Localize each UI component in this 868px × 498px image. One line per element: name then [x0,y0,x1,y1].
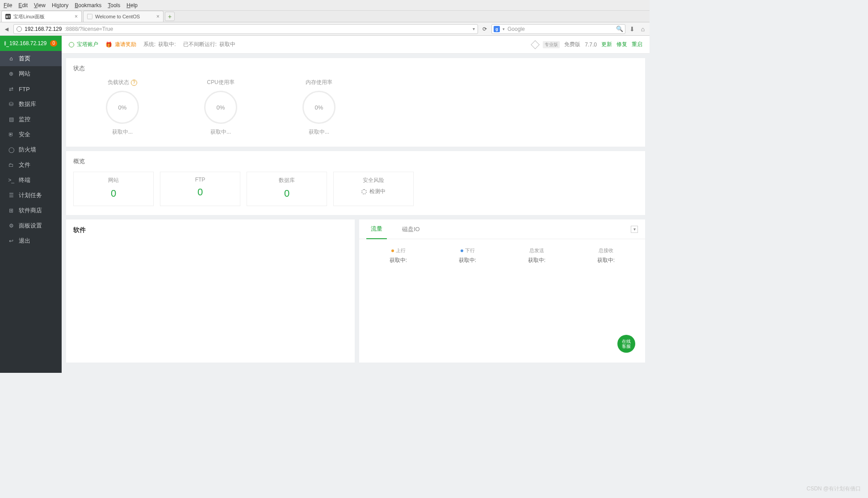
bottom-row: 软件 流量 磁盘IO ▾ 上行获取中:下行获取中:总发送获取中:总接收获取中: … [66,219,645,363]
sidebar-item-5[interactable]: ⛨安全 [0,127,62,142]
traffic-value: 获取中: [506,257,568,264]
tab-centos[interactable]: Welcome to CentOS × [83,11,164,22]
search-icon[interactable]: 🔍 [616,25,623,32]
traffic-value: 获取中: [367,257,430,264]
sidebar-icon: ↩ [8,238,14,244]
status-title: 负载状态? [87,79,158,86]
invite-link[interactable]: 🎁 邀请奖励 [105,41,136,48]
spinner-icon [361,189,367,194]
sidebar-item-9[interactable]: ☰计划任务 [0,188,62,203]
sidebar-label: 安全 [19,131,30,139]
back-button[interactable]: ◄ [3,25,11,33]
tab-traffic[interactable]: 流量 [366,219,387,239]
menu-file[interactable]: File [4,2,12,8]
url-input[interactable]: 192.168.72.129:8888/?license=True ▾ [13,24,478,34]
uptime-value: 获取中 [219,41,235,48]
sidebar-item-10[interactable]: ⊞软件商店 [0,203,62,218]
sidebar-item-0[interactable]: ⌂首页 [0,51,62,66]
sidebar-item-4[interactable]: ▤监控 [0,112,62,127]
overview-card[interactable]: 网站0 [73,172,154,206]
sidebar-label: 计划任务 [19,191,42,199]
status-sub: 获取中... [185,128,256,136]
sidebar-item-6[interactable]: ◯防火墙 [0,142,62,157]
traffic-label: 总发送 [506,247,568,254]
sidebar-label: 首页 [19,55,30,63]
expand-icon[interactable]: ▾ [631,226,638,233]
sidebar-label: 文件 [19,161,30,169]
sidebar: 192.168.72.129 0 ⌂首页⊕网站⇄FTP⛁数据库▤监控⛨安全◯防火… [0,36,62,373]
menu-help[interactable]: Help [126,2,138,8]
menu-bookmarks[interactable]: Bookmarks [75,2,101,8]
sidebar-item-11[interactable]: ⚙面板设置 [0,218,62,233]
sidebar-icon: ⌂ [8,55,14,62]
gauge-ring: 0% [302,91,335,124]
gift-icon: 🎁 [105,42,112,48]
sidebar-label: 软件商店 [19,207,42,215]
sidebar-item-8[interactable]: >_终端 [0,173,62,188]
status-panel: 状态 负载状态?0%获取中...CPU使用率0%获取中...内存使用率0%获取中… [66,58,645,147]
repair-link[interactable]: 修复 [616,41,627,48]
tab-bt-panel[interactable]: BT 宝塔Linux面板 × [1,11,82,22]
uptime-label: 已不间断运行: [183,41,217,48]
overview-card[interactable]: FTP0 [160,172,240,206]
sidebar-label: 终端 [19,176,30,184]
traffic-col: 上行获取中: [367,247,430,264]
ov-label: FTP [160,177,240,183]
search-placeholder: Google [507,26,525,32]
account-link[interactable]: 宝塔账户 [69,41,98,48]
ov-value: 0 [160,186,240,198]
traffic-label: 上行 [367,247,430,254]
tab-diskio[interactable]: 磁盘IO [398,220,424,239]
sidebar-item-7[interactable]: 🗀文件 [0,157,62,173]
update-link[interactable]: 更新 [601,41,612,48]
gauge-ring: 0% [106,91,139,124]
sidebar-item-1[interactable]: ⊕网站 [0,66,62,81]
sidebar-label: 防火墙 [19,146,36,154]
ov-value: 检测中 [334,188,413,195]
new-tab-button[interactable]: + [165,12,175,21]
dropdown-icon[interactable]: ▾ [503,27,505,31]
traffic-value: 获取中: [436,257,499,264]
url-host: 192.168.72.129 [25,26,62,32]
close-icon[interactable]: × [75,13,78,20]
panel-title: 软件 [73,226,348,234]
status-title: 内存使用率 [283,79,355,86]
sidebar-label: 面板设置 [19,222,42,230]
menu-edit[interactable]: Edit [18,2,28,8]
menu-tools[interactable]: Tools [108,2,120,8]
server-ip: 192.168.72.129 [9,40,46,46]
search-input[interactable]: g ▾ Google 🔍 [491,24,625,34]
overview-card[interactable]: 数据库0 [247,172,327,206]
reload-button[interactable]: ⟳ [481,26,489,32]
overview-card[interactable]: 安全风险检测中 [333,172,414,206]
ov-label: 安全风险 [334,177,413,184]
ov-label: 数据库 [247,177,327,184]
menu-view[interactable]: View [34,2,46,8]
sidebar-icon: ☰ [8,192,14,198]
traffic-col: 下行获取中: [436,247,499,264]
status-title: CPU使用率 [185,79,256,86]
sidebar-header[interactable]: 192.168.72.129 0 [0,36,62,51]
tab-title: Welcome to CentOS [95,14,140,19]
sidebar-item-3[interactable]: ⛁数据库 [0,97,62,112]
help-icon[interactable]: ? [131,80,137,86]
status-card: CPU使用率0%获取中... [185,79,256,136]
sidebar-label: FTP [19,86,30,93]
app-root: 192.168.72.129 0 ⌂首页⊕网站⇄FTP⛁数据库▤监控⛨安全◯防火… [0,36,650,373]
sidebar-icon: ◯ [8,147,14,153]
sidebar-item-12[interactable]: ↩退出 [0,233,62,249]
home-icon[interactable]: ⌂ [639,25,647,33]
dot-icon [391,249,394,252]
restart-link[interactable]: 重启 [632,41,642,48]
dropdown-icon[interactable]: ▾ [473,26,475,31]
notice-badge[interactable]: 0 [50,40,57,46]
menu-history[interactable]: History [52,2,68,8]
sidebar-label: 数据库 [19,100,36,108]
sidebar-item-2[interactable]: ⇄FTP [0,81,62,97]
user-icon [69,42,74,47]
support-fab[interactable]: 在线 客服 [617,335,635,353]
close-icon[interactable]: × [156,13,159,20]
pro-badge[interactable]: 专业版 [543,41,560,48]
browser-tabbar: BT 宝塔Linux面板 × Welcome to CentOS × + [0,11,650,22]
download-icon[interactable]: ⬇ [628,25,636,33]
